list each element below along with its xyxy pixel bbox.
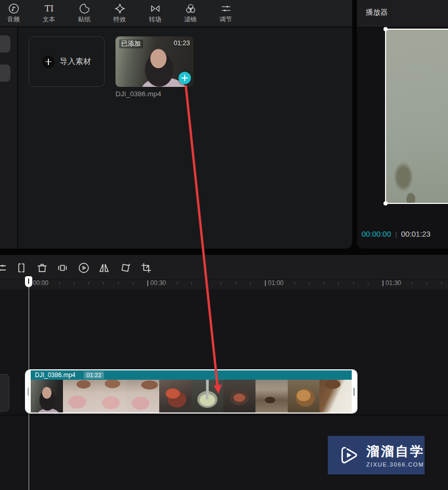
top-toolbar: 音频TI文本贴纸特效转场滤镜调节	[0, 0, 352, 26]
crop-icon	[139, 261, 153, 275]
crop-tool[interactable]	[139, 261, 153, 275]
clip-thumb-fried-dish	[288, 380, 320, 412]
adjust-icon	[220, 3, 232, 15]
track-header-stub[interactable]	[0, 374, 9, 411]
clip-duration-badge: 01:22	[84, 371, 104, 379]
ruler-tick	[295, 282, 295, 285]
clip-thumb-cutting-board-1	[63, 380, 95, 412]
clip-filename: DJI_0386.mp4	[35, 371, 75, 379]
sliders-icon	[0, 261, 8, 275]
tool-label: 滤镜	[184, 15, 197, 24]
ruler-label: 00:30	[150, 279, 166, 287]
import-label: 导入素材	[60, 57, 91, 67]
clip-thumb-raw-meat	[159, 380, 191, 412]
player-title: 播放器	[366, 8, 388, 17]
reverse-icon	[77, 261, 91, 275]
ruler-label: 01:30	[386, 279, 401, 287]
ruler-tick-major	[147, 280, 148, 286]
clip-thumb-cabbage-bowl	[191, 380, 224, 412]
ruler-tick	[427, 282, 427, 285]
mirror-tool[interactable]	[97, 261, 111, 275]
tool-label: 调节	[220, 15, 232, 24]
timeline-toolbar	[0, 255, 448, 279]
clip-thumb-cutting-board-3	[127, 380, 159, 412]
transition-icon	[149, 3, 161, 15]
ruler-tick	[103, 282, 104, 285]
clip-thumb-rice-plate	[319, 380, 352, 412]
effects-icon	[114, 3, 126, 15]
sticker-icon	[79, 3, 91, 15]
clip-thumb-food-container	[255, 380, 288, 412]
clip-header: DJI_0386.mp4 01:22	[31, 370, 352, 380]
tool-label: 贴纸	[78, 15, 91, 24]
clip-thumb-cutting-board-2	[95, 380, 127, 412]
watermark-title: 溜溜自学	[366, 443, 425, 460]
tool-label: 特效	[113, 15, 126, 24]
tool-effects[interactable]: 特效	[109, 3, 130, 24]
ruler-tick	[133, 282, 133, 285]
tool-audio[interactable]: 音频	[3, 3, 24, 24]
ruler-tick	[338, 282, 339, 285]
tool-label: 音频	[7, 15, 20, 24]
media-filename: DJI_0386.mp4	[116, 90, 161, 98]
tool-adjust[interactable]: 调节	[215, 3, 236, 24]
ruler-tick-major	[265, 280, 266, 286]
timeline-ruler[interactable]: 00:0000:3001:0001:30	[0, 278, 448, 289]
ruler-tick	[441, 282, 442, 285]
tool-text[interactable]: TI文本	[39, 3, 59, 24]
text-icon: TI	[43, 3, 55, 15]
audio-icon	[8, 3, 20, 15]
left-sidebar	[0, 28, 17, 249]
media-item-thumbnail[interactable]: 已添加 01:23	[116, 36, 194, 87]
reverse-tool[interactable]	[77, 261, 91, 275]
tool-label: 文本	[43, 15, 55, 24]
sidebar-item-2[interactable]	[0, 65, 10, 82]
playhead-line	[29, 276, 30, 490]
clip-thumb-cooking-pan	[223, 380, 255, 412]
preview-corner-handle[interactable]	[383, 27, 388, 31]
ruler-tick	[309, 282, 310, 285]
video-preview[interactable]	[385, 29, 448, 204]
delete-tool[interactable]	[35, 261, 49, 275]
tool-filter[interactable]: 滤镜	[180, 3, 201, 24]
split-tool[interactable]	[15, 261, 28, 275]
player-panel: 播放器 00:00:00 | 00:01:23	[357, 0, 448, 249]
ruler-tick	[221, 282, 221, 285]
add-to-timeline-button[interactable]	[178, 72, 191, 84]
clip-trim-handle-right[interactable]	[352, 370, 356, 412]
ruler-tick	[74, 282, 74, 285]
import-media-button[interactable]: 导入素材	[29, 36, 105, 87]
tool-transition[interactable]: 转场	[145, 3, 165, 24]
ruler-tick	[353, 282, 354, 285]
tool-label: 转场	[149, 15, 161, 24]
ruler-tick	[250, 282, 251, 285]
ruler-tick	[59, 282, 60, 285]
media-duration: 01:23	[174, 40, 190, 47]
sidebar-divider	[17, 28, 18, 249]
added-badge: 已添加	[119, 40, 143, 48]
rotate-tool[interactable]	[119, 261, 132, 275]
tool-sticker[interactable]: 贴纸	[74, 3, 95, 24]
ruler-tick	[368, 282, 368, 285]
rotate-icon	[119, 261, 132, 275]
ruler-tick	[118, 282, 119, 285]
track-bottom-line	[0, 415, 448, 416]
current-time: 00:00:00	[362, 230, 391, 238]
preview-corner-handle[interactable]	[383, 201, 388, 205]
play-logo-icon	[337, 444, 360, 467]
ruler-tick	[412, 282, 413, 285]
toolbar-separator	[0, 26, 352, 28]
time-divider: |	[395, 230, 396, 238]
sidebar-item-1[interactable]	[0, 35, 10, 53]
delete-icon	[35, 261, 49, 275]
clip-body: DJI_0386.mp4 01:22	[31, 370, 352, 412]
ruler-tick	[88, 282, 89, 285]
filter-icon	[185, 3, 197, 15]
svg-text:TI: TI	[44, 3, 53, 13]
timeline-video-clip[interactable]: DJI_0386.mp4 01:22	[25, 369, 357, 414]
ruler-tick	[236, 282, 236, 285]
ruler-tick	[206, 282, 207, 285]
video-editor-app: 音频TI文本贴纸特效转场滤镜调节 导入素材 已添加 01:23 DJI_0386…	[0, 0, 448, 490]
playhead-marker[interactable]	[25, 276, 32, 287]
freeze-frame-tool[interactable]	[56, 261, 69, 275]
